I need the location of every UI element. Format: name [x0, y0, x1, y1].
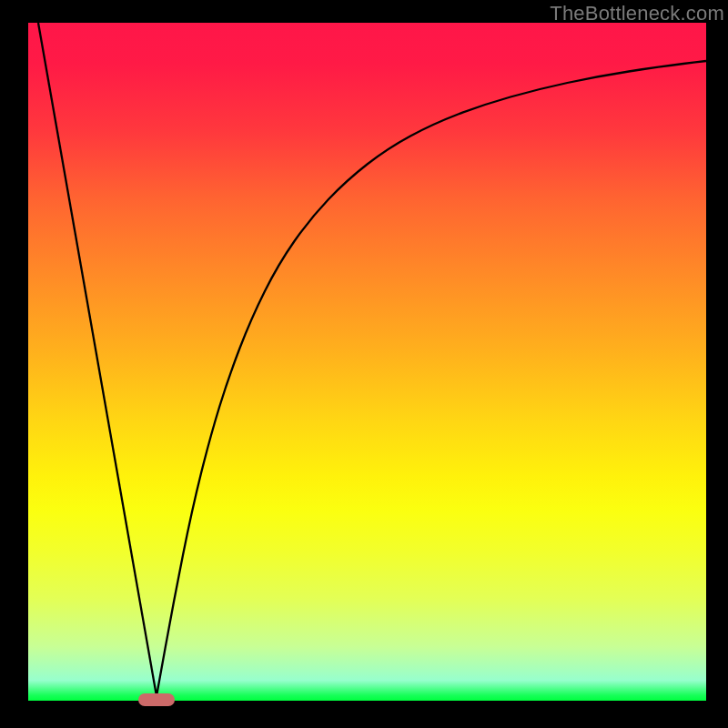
chart-frame: TheBottleneck.com — [0, 0, 728, 728]
curve-svg — [28, 23, 706, 701]
curve-left — [38, 23, 157, 696]
bottleneck-marker — [138, 693, 175, 706]
curve-right — [157, 61, 706, 696]
plot-area — [28, 23, 706, 701]
